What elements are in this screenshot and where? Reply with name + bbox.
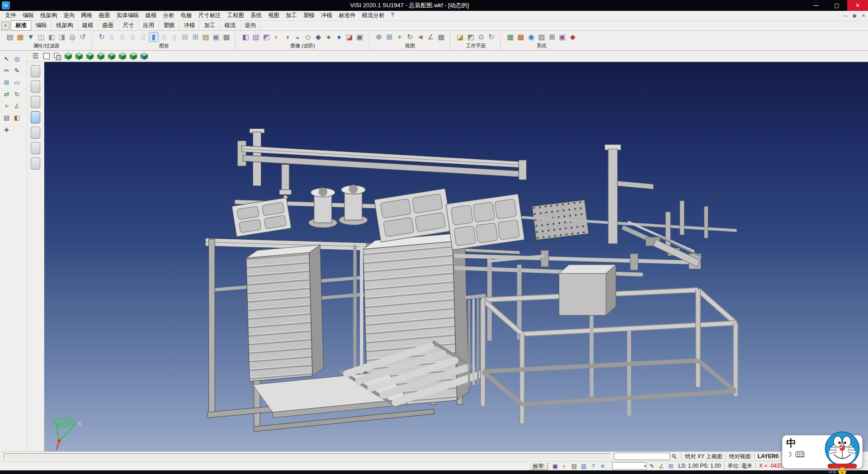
curve-icon[interactable]: ≈ [1,100,12,112]
view-preset-5-icon[interactable] [31,127,40,139]
material-icon[interactable]: ◩ [262,33,271,42]
search-icon[interactable] [670,454,678,459]
filter-funnel-icon[interactable]: ▼ [26,33,35,42]
rotate-view-icon[interactable]: ↻ [406,33,415,42]
lamp-icon[interactable]: ◐ [561,462,569,470]
axon-view-cube-icon[interactable] [139,52,149,61]
front-view-cube-icon[interactable] [85,52,94,61]
ime-keyboard-icon[interactable] [796,451,804,457]
ribbon-tab-10[interactable]: 模流 [220,20,241,31]
exit-icon[interactable]: ◆ [568,33,577,42]
hatch-icon[interactable]: ▨ [537,33,546,42]
options-icon[interactable]: ◈ [1,123,12,135]
box-edit-icon[interactable]: ▣ [212,33,221,42]
menu-item-0[interactable]: 文件 [2,11,19,20]
notebook-icon[interactable]: ▤ [201,33,210,42]
grid-toggle-icon[interactable]: ▦ [437,33,446,42]
snap-grid-icon[interactable]: ⊞ [1,76,12,88]
menu-item-12[interactable]: 系统 [247,11,265,20]
workplane-align-icon[interactable]: ◩ [466,33,475,42]
back-view-cube-icon[interactable] [118,52,127,61]
pan-icon[interactable]: + [395,33,404,42]
menu-item-6[interactable]: 实体编辑 [113,11,142,20]
maximize-button[interactable]: ▢ [826,0,847,11]
menu-item-10[interactable]: 尺寸标注 [195,11,224,20]
view-preset-1-icon[interactable] [31,65,40,77]
shadow-icon[interactable]: ◑ [283,33,292,42]
shaded-mode-icon[interactable] [42,52,51,61]
globe-icon[interactable]: ◉ [527,33,536,42]
iso-view-cube-icon[interactable] [63,52,73,61]
ribbon-tab-7[interactable]: 塑膜 [159,20,179,31]
attributes-icon[interactable]: ▤ [5,33,14,42]
rotate-icon[interactable]: ↻ [12,88,22,100]
ribbon-tab-5[interactable]: 尺寸 [118,20,139,31]
menu-item-18[interactable]: 模流分析 [359,11,388,20]
previous-view-icon[interactable]: ◄ [416,33,425,42]
face-filter-icon[interactable]: ◨ [57,33,66,42]
angle-snap-icon[interactable]: ∠ [658,462,665,470]
doc-info-icon[interactable]: ▥ [580,462,588,470]
snapshot-icon[interactable]: ▣ [552,462,559,470]
layers-icon[interactable]: ▤ [1,112,12,123]
measure-icon[interactable]: ∠ [426,33,435,42]
menu-item-17[interactable]: 标准件 [335,11,359,20]
doc-view-2-icon[interactable]: ▯ [118,33,127,42]
view-preset-3-icon[interactable] [31,96,40,108]
selection-mask-icon[interactable]: ◎ [68,33,77,42]
workplane-rotate-icon[interactable]: ↻ [487,33,496,42]
eraser-icon[interactable]: ▭ [12,76,22,88]
zoom-all-icon[interactable]: ⊕ [374,33,383,42]
view-preset-2-icon[interactable] [31,81,40,93]
view-preset-7-icon[interactable] [31,157,40,170]
display-mode-icon[interactable] [52,52,62,61]
menu-item-4[interactable]: 网格 [78,11,96,20]
scale-readout[interactable]: LS: 1.00 PS: 1.00 [679,463,721,469]
ime-language-indicator[interactable]: 中 [786,438,804,448]
menu-item-2[interactable]: 线架构 [37,11,61,20]
color-table-icon[interactable]: ▦ [16,33,25,42]
refresh-view-icon[interactable]: ↻ [97,33,106,42]
workplane-origin-icon[interactable]: ⊙ [476,33,486,42]
minimize-button[interactable]: — [806,0,826,11]
units-readout[interactable]: 单位: 毫米 [728,462,753,470]
settings-grid-icon[interactable]: ▦ [506,33,515,42]
select-arrow-icon[interactable]: ↖ [1,53,12,65]
pencil-icon[interactable]: ✎ [12,65,22,76]
shaded-doc-icon[interactable]: ▮ [149,33,158,42]
viewport-menu-icon[interactable]: ☰ [31,52,40,61]
zoom-target-icon[interactable]: ◎ [12,53,22,65]
lock-toggle-button[interactable]: 拴牢 [529,462,548,470]
ribbon-tab-0[interactable]: 标准 [11,20,31,31]
snap-combo-dropdown[interactable]: ▾ [612,462,646,469]
doc-group-icon[interactable]: ⊟ [180,33,189,42]
reset-filters-icon[interactable]: ↺ [78,33,87,42]
menu-item-11[interactable]: 工程图 [224,11,248,20]
grid-snap-icon[interactable]: ⊞ [667,462,675,470]
menu-item-8[interactable]: 分析 [160,11,178,20]
environment-icon[interactable]: ◒ [293,33,302,42]
macro-icon[interactable]: ▣ [558,33,567,42]
ribbon-tab-8[interactable]: 冲模 [179,20,200,31]
ribbon-tab-4[interactable]: 曲面 [98,20,118,31]
capture-icon[interactable]: ▣ [355,33,364,42]
help-icon[interactable]: ? [590,462,597,470]
dimension-icon[interactable]: ∠ [12,100,22,112]
entity-filter-icon[interactable]: ◧ [47,33,56,42]
ribbon-tab-1[interactable]: 编辑 [31,20,52,31]
left-view-cube-icon[interactable] [107,52,116,61]
menu-item-15[interactable]: 塑模 [300,11,318,20]
doc-view-1-icon[interactable]: ▯ [108,33,117,42]
edit-pencil-icon[interactable]: ✎ [648,462,656,470]
menu-item-5[interactable]: 曲面 [96,11,113,20]
workplane-icon[interactable]: ◪ [456,33,465,42]
lighting-icon[interactable]: ◐ [272,33,281,42]
ime-moon-icon[interactable]: ☽ [786,451,792,458]
status-search-input[interactable] [614,453,670,460]
menu-item-19[interactable]: ? [388,11,397,20]
tab-overflow-dropdown[interactable]: ▼ [1,22,9,30]
doc-view-3-icon[interactable]: ▯ [128,33,137,42]
menu-item-9[interactable]: 电极 [178,11,195,20]
view-preset-4-icon[interactable] [31,111,40,123]
printer-icon[interactable]: ▤ [571,462,578,470]
